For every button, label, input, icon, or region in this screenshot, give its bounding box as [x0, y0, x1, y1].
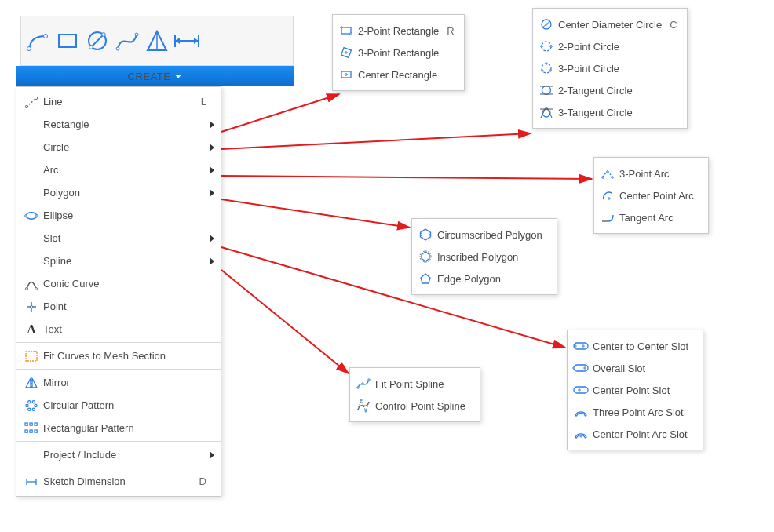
svg-point-87 [579, 389, 580, 391]
chevron-right-icon [210, 121, 214, 129]
chevron-right-icon [210, 235, 214, 242]
create-label: CREATE [128, 71, 171, 82]
submenu-item-tangent-arc[interactable]: Tangent Arc [599, 206, 702, 228]
menu-item-circle[interactable]: Circle [16, 136, 221, 159]
submenu-item-center-to-center-slot[interactable]: Center to Center Slot [572, 335, 696, 357]
circpattern-icon [23, 397, 40, 414]
svg-marker-78 [422, 252, 429, 261]
submenu-item-label: Center Rectangle [358, 69, 458, 81]
svg-point-76 [422, 231, 430, 239]
menu-item-ellipse[interactable]: Ellipse [16, 204, 221, 227]
submenu-item--point-rectangle[interactable]: 3-Point Rectangle [338, 42, 458, 64]
svg-point-92 [360, 399, 362, 401]
dimension-icon[interactable] [178, 32, 195, 49]
menu-item-spline[interactable]: Spline [16, 250, 221, 272]
menu-item-line[interactable]: Line L [16, 90, 221, 113]
submenu-item-inscribed-polygon[interactable]: Inscribed Polygon [417, 246, 550, 268]
menu-item-rectangular-pattern[interactable]: Rectangular Pattern [16, 417, 221, 439]
submenu-item-label: Center Point Arc [619, 190, 702, 202]
svg-point-6 [27, 47, 31, 51]
slotcpa-icon [572, 425, 590, 443]
blank-icon [23, 230, 40, 247]
menu-item-polygon[interactable]: Polygon [16, 181, 221, 204]
menu-item-mirror[interactable]: Mirror [16, 371, 221, 394]
menu-item-label: Spline [43, 255, 221, 267]
blank-icon [23, 116, 40, 133]
menu-item-label: Rectangle [43, 118, 221, 130]
submenu-item-center-point-slot[interactable]: Center Point Slot [572, 379, 696, 401]
submenu-item-shortcut: C [670, 19, 677, 31]
rect3p-icon [338, 44, 355, 61]
circle-icon[interactable] [89, 32, 106, 49]
submenu-item-label: Circumscribed Polygon [437, 229, 550, 241]
rect2p-icon [338, 22, 355, 39]
svg-line-5 [221, 270, 349, 373]
submenu-item-center-point-arc-slot[interactable]: Center Point Arc Slot [572, 423, 696, 445]
line-icon[interactable] [29, 32, 46, 49]
menu-item-label: Ellipse [43, 210, 221, 221]
spline-icon[interactable] [119, 32, 136, 49]
menu-item-conic-curve[interactable]: Conic Curve [16, 272, 221, 295]
menu-item-point[interactable]: Point [16, 295, 221, 318]
svg-point-14 [135, 33, 138, 36]
blank-icon [23, 253, 40, 270]
submenu-item-label: Control Point Spline [375, 400, 473, 412]
svg-point-91 [368, 379, 370, 381]
rectangle-icon[interactable] [59, 32, 76, 49]
submenu-item-fit-point-spline[interactable]: Fit Point Spline [355, 373, 473, 395]
menu-item-project-include[interactable]: Project / Include [16, 443, 221, 466]
submenu-item-control-point-spline[interactable]: Control Point Spline [355, 395, 473, 417]
polycir-icon [417, 226, 434, 243]
svg-line-1 [221, 133, 531, 149]
svg-marker-75 [421, 229, 431, 240]
submenu-item-center-diameter-circle[interactable]: Center Diameter Circle C [538, 13, 681, 35]
submenu-item--point-rectangle[interactable]: 2-Point Rectangle R [338, 20, 458, 42]
svg-point-62 [549, 70, 551, 71]
svg-rect-40 [25, 430, 27, 432]
svg-point-84 [573, 367, 575, 369]
submenu-item--point-arc[interactable]: 3-Point Arc [599, 162, 702, 184]
svg-point-73 [608, 198, 610, 199]
svg-point-31 [35, 404, 37, 406]
menu-item-sketch-dimension[interactable]: Sketch Dimension D [16, 470, 221, 493]
submenu-item-center-point-arc[interactable]: Center Point Arc [599, 184, 702, 206]
create-dropdown-header[interactable]: CREATE [16, 66, 294, 86]
arc3p-icon [599, 165, 616, 182]
submenu-item-three-point-arc-slot[interactable]: Three Point Arc Slot [572, 401, 696, 423]
point-icon [23, 298, 40, 315]
svg-point-93 [365, 410, 367, 412]
ellipse-icon [23, 207, 40, 224]
svg-rect-46 [341, 27, 351, 34]
svg-point-28 [30, 305, 32, 308]
menu-item-arc[interactable]: Arc [16, 159, 221, 181]
submenu-item-label: 3-Point Circle [558, 63, 681, 75]
submenu-item-edge-polygon[interactable]: Edge Polygon [417, 268, 550, 290]
submenu-item-label: 3-Point Rectangle [358, 47, 458, 59]
svg-point-52 [345, 74, 348, 76]
c3p-icon [538, 60, 555, 77]
svg-point-34 [26, 404, 28, 406]
svg-rect-42 [35, 430, 37, 432]
menu-item-text[interactable]: A Text [16, 318, 221, 341]
submenu-item-overall-slot[interactable]: Overall Slot [572, 357, 696, 379]
rectangle-submenu: 2-Point Rectangle R 3-Point Rectangle Ce… [332, 14, 465, 91]
menu-item-fit-curves-to-mesh-section[interactable]: Fit Curves to Mesh Section [16, 344, 221, 367]
submenu-item--point-circle[interactable]: 2-Point Circle [538, 35, 681, 57]
menu-item-rectangle[interactable]: Rectangle [16, 113, 221, 136]
submenu-item-circumscribed-polygon[interactable]: Circumscribed Polygon [417, 224, 550, 246]
menu-item-circular-pattern[interactable]: Circular Pattern [16, 394, 221, 417]
slot-submenu: Center to Center Slot Overall Slot Cente… [567, 330, 703, 450]
svg-point-22 [25, 214, 27, 217]
svg-point-71 [612, 177, 614, 179]
submenu-item--tangent-circle[interactable]: 2-Tangent Circle [538, 79, 681, 101]
submenu-item--point-circle[interactable]: 3-Point Circle [538, 57, 681, 79]
menu-item-slot[interactable]: Slot [16, 227, 221, 250]
svg-rect-8 [59, 35, 76, 47]
svg-point-23 [36, 214, 38, 217]
submenu-item-center-rectangle[interactable]: Center Rectangle [338, 64, 458, 86]
svg-point-21 [26, 212, 37, 218]
triangle-icon[interactable] [148, 32, 166, 49]
spline-submenu: Fit Point Spline Control Point Spline [349, 367, 480, 422]
submenu-item--tangent-circle[interactable]: 3-Tangent Circle [538, 101, 681, 123]
svg-point-81 [575, 345, 576, 347]
